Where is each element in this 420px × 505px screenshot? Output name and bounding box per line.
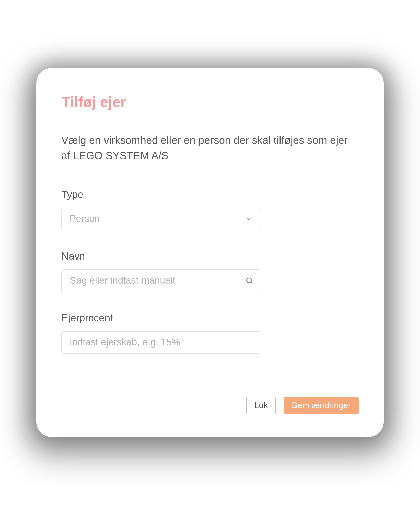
ownership-field-group: Ejerprocent xyxy=(61,312,359,354)
name-input[interactable] xyxy=(61,269,260,292)
name-field-group: Navn xyxy=(61,250,359,292)
button-row: Luk Gem ændringer xyxy=(61,397,359,414)
chevron-down-icon xyxy=(245,215,252,223)
type-field-group: Type Person xyxy=(61,189,359,230)
modal-title: Tilføj ejer xyxy=(61,93,359,110)
close-button[interactable]: Luk xyxy=(246,397,276,414)
ownership-input[interactable] xyxy=(61,331,260,354)
type-select-value: Person xyxy=(69,213,100,224)
ownership-label: Ejerprocent xyxy=(61,312,359,324)
add-owner-modal: Tilføj ejer Vælg en virksomhed eller en … xyxy=(36,68,384,437)
save-button[interactable]: Gem ændringer xyxy=(284,397,359,414)
modal-description: Vælg en virksomhed eller en person der s… xyxy=(61,133,359,164)
name-label: Navn xyxy=(61,250,359,262)
type-select[interactable]: Person xyxy=(61,208,260,230)
type-label: Type xyxy=(61,189,359,200)
